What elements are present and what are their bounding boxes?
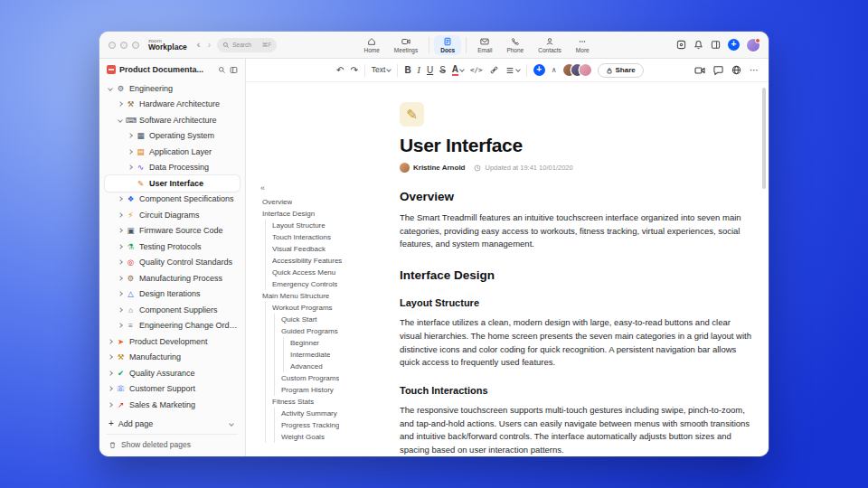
global-search-input[interactable]: Search ⌘F: [217, 38, 277, 52]
tab-docs[interactable]: Docs: [434, 35, 461, 55]
chevron-icon[interactable]: [118, 259, 123, 265]
tab-home[interactable]: Home: [358, 35, 386, 55]
strikethrough-button[interactable]: S: [439, 66, 446, 75]
link-button[interactable]: [489, 65, 499, 75]
outline-item[interactable]: Main Menu Structure: [260, 290, 400, 302]
forward-button[interactable]: ›: [208, 40, 212, 50]
outline-item[interactable]: Emergency Controls: [260, 278, 400, 290]
outline-item[interactable]: Interface Design: [260, 208, 400, 220]
chevron-icon[interactable]: [108, 339, 113, 344]
doc-cover-emoji[interactable]: ✎: [400, 102, 424, 127]
chevron-icon[interactable]: [127, 133, 133, 138]
outline-item[interactable]: Visual Feedback: [260, 243, 400, 255]
chevron-icon[interactable]: [118, 212, 123, 218]
tab-meetings[interactable]: Meetings: [388, 35, 424, 55]
apps-icon[interactable]: [676, 40, 686, 50]
sidebar-tree-item[interactable]: ⚗ Testing Protocols: [105, 239, 240, 255]
outline-item[interactable]: Custom Programs: [260, 372, 400, 384]
tab-email[interactable]: Email: [471, 35, 498, 55]
outline-item[interactable]: Layout Structure: [260, 220, 400, 231]
sidebar-tree-item[interactable]: ∿ Data Processing: [105, 160, 240, 176]
outline-item[interactable]: Intermediate: [260, 349, 400, 361]
sidebar-tree-item[interactable]: ⌨ Software Architecture: [105, 112, 240, 128]
chevron-icon[interactable]: [118, 276, 123, 281]
sidebar-tree-item[interactable]: ➤ Product Development: [105, 333, 240, 350]
more-options-icon[interactable]: ⋯: [750, 65, 760, 75]
minimize-button[interactable]: [120, 42, 127, 49]
sidebar-tree-item[interactable]: ☏ Customer Support: [105, 381, 240, 398]
chevron-icon[interactable]: [108, 86, 113, 91]
chevron-icon[interactable]: [118, 196, 123, 202]
text-style-dropdown[interactable]: Text: [372, 66, 392, 74]
bold-button[interactable]: B: [404, 66, 410, 75]
sidebar-tree-item[interactable]: ▣ Firmware Source Code: [105, 223, 240, 239]
sidebar-tree-item[interactable]: ↗ Sales & Marketing: [105, 397, 240, 413]
add-page-button[interactable]: + Add page: [105, 416, 240, 431]
chevron-icon[interactable]: [108, 371, 113, 376]
chevron-icon[interactable]: [108, 402, 113, 408]
undo-button[interactable]: ↶: [336, 66, 344, 75]
sidebar-tree-item[interactable]: ◎ Quality Control Standards: [105, 255, 240, 271]
outline-item[interactable]: Progress Tracking: [260, 419, 400, 431]
code-button[interactable]: </>: [470, 67, 483, 74]
globe-icon[interactable]: [731, 65, 741, 75]
outline-item[interactable]: Touch Interactions: [260, 231, 400, 243]
chevron-icon[interactable]: [118, 244, 123, 249]
outline-item[interactable]: Guided Programs: [260, 325, 400, 337]
notifications-bell-icon[interactable]: [693, 40, 703, 50]
chevron-icon[interactable]: [118, 307, 123, 313]
user-avatar[interactable]: [747, 39, 760, 52]
sidebar-tree-item[interactable]: ▤ Application Layer: [105, 144, 240, 160]
text-color-dropdown[interactable]: A: [452, 65, 464, 76]
sidebar-search-icon[interactable]: [218, 66, 226, 74]
side-panel-icon[interactable]: [711, 40, 721, 50]
outline-item[interactable]: Program History: [260, 384, 400, 396]
chevron-icon[interactable]: [118, 117, 123, 123]
collapse-toolbar-button[interactable]: ∧: [552, 66, 557, 74]
sidebar-tree-item[interactable]: ≡ Engineering Change Orders: [105, 318, 240, 334]
collapse-outline-button[interactable]: «: [260, 183, 265, 192]
doc-title[interactable]: User Interface: [400, 135, 754, 156]
show-deleted-pages-button[interactable]: Show deleted pages: [105, 437, 240, 452]
outline-item[interactable]: Weight Goals: [260, 431, 400, 443]
outline-item[interactable]: Advanced: [260, 361, 400, 372]
new-item-plus-button[interactable]: +: [728, 39, 740, 51]
close-button[interactable]: [108, 42, 116, 49]
chevron-down-icon[interactable]: [229, 421, 234, 427]
sidebar-tree-item[interactable]: ✔ Quality Assurance: [105, 365, 240, 381]
outline-item[interactable]: Accessibility Features: [260, 255, 400, 267]
vertical-scrollbar[interactable]: [762, 88, 766, 189]
chevron-icon[interactable]: [127, 149, 133, 155]
sidebar-tree-item[interactable]: △ Design Iterations: [105, 286, 240, 303]
outline-item[interactable]: Overview: [260, 196, 400, 208]
comment-icon[interactable]: [713, 65, 723, 75]
tab-phone[interactable]: Phone: [500, 35, 530, 55]
video-icon[interactable]: [694, 65, 705, 76]
outline-item[interactable]: Workout Programs: [260, 302, 400, 314]
sidebar-tree-item[interactable]: ✎ User Interface: [105, 175, 240, 192]
sidebar-tree-item[interactable]: ⚒ Manufacturing: [105, 350, 240, 366]
sidebar-tree-item[interactable]: ⚒ Hardware Architecture: [105, 97, 240, 113]
italic-button[interactable]: I: [418, 66, 420, 75]
chevron-icon[interactable]: [118, 323, 123, 328]
zoom-button[interactable]: [132, 42, 139, 49]
back-button[interactable]: ‹: [197, 40, 201, 50]
chevron-icon[interactable]: [108, 386, 113, 391]
collapse-sidebar-icon[interactable]: [230, 66, 238, 74]
sidebar-tree-item[interactable]: ▦ Operating System: [105, 128, 240, 145]
chevron-icon[interactable]: [108, 354, 113, 360]
outline-item[interactable]: Quick Access Menu: [260, 267, 400, 278]
chevron-icon[interactable]: [118, 228, 123, 233]
outline-item[interactable]: Activity Summary: [260, 408, 400, 419]
outline-item[interactable]: Fitness Stats: [260, 396, 400, 408]
chevron-icon[interactable]: [118, 291, 123, 296]
insert-block-button[interactable]: +: [533, 64, 545, 76]
chevron-icon[interactable]: [127, 164, 133, 170]
share-button[interactable]: Share: [598, 63, 644, 78]
tab-contacts[interactable]: Contacts: [532, 35, 568, 55]
sidebar-tree-item[interactable]: ⚡ Circuit Diagrams: [105, 207, 240, 223]
tab-more[interactable]: More: [570, 35, 596, 55]
outline-item[interactable]: Beginner: [260, 337, 400, 349]
collaborator-avatar[interactable]: [580, 64, 591, 76]
underline-button[interactable]: U: [427, 66, 433, 75]
